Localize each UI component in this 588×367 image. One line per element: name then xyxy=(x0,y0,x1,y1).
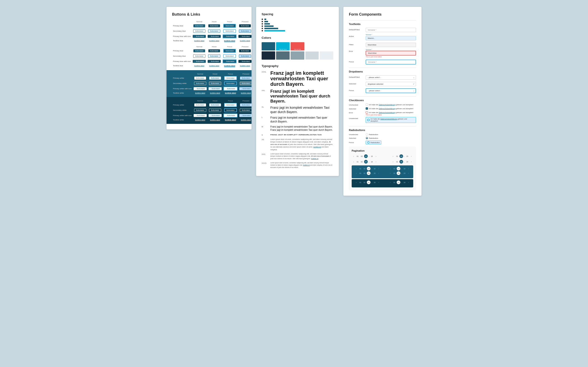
page-btn[interactable]: 01 xyxy=(359,167,362,170)
next-page-btn-dark2[interactable]: › xyxy=(407,167,410,170)
btn-dark2-white-normal[interactable]: Buttonlabel xyxy=(194,103,206,106)
checkbox-link[interactable]: Datenschutzerklärung xyxy=(379,104,396,106)
textlink2-pressed[interactable]: textlink label xyxy=(240,65,250,67)
btn-primary-pressed[interactable]: Buttonlabel xyxy=(239,24,251,27)
page-btn-active3[interactable]: 03 xyxy=(364,160,368,164)
page-btn[interactable]: 01 xyxy=(356,154,359,158)
prev-page-btn3[interactable]: ‹ xyxy=(352,160,355,164)
page-btn[interactable]: 16 xyxy=(370,160,374,164)
textlink2-focus[interactable]: textlink label xyxy=(224,65,235,67)
page-btn[interactable]: 01 xyxy=(359,171,362,175)
next-page-btn-dark[interactable]: › xyxy=(377,167,380,170)
btn-primary-focus[interactable]: Buttonlabel xyxy=(223,24,236,28)
typo-link[interactable]: textlink int xyxy=(313,146,321,148)
textlink-pressed[interactable]: textlink label xyxy=(240,40,250,42)
btn2-secondary-hover[interactable]: Buttonlabel xyxy=(208,54,220,58)
page-btn[interactable]: 15 xyxy=(373,167,376,170)
page-btn[interactable]: 16 xyxy=(403,181,406,184)
radio-input-focus[interactable] xyxy=(367,141,370,144)
prev-page-btn-dk2[interactable]: ‹ xyxy=(389,181,392,184)
tf-input-focus[interactable] xyxy=(366,60,416,65)
btn-icon-focus[interactable]: Buttonlabel xyxy=(223,34,237,38)
dd-select-default[interactable]: - please select - xyxy=(366,75,416,80)
btn-sec-white-hover[interactable]: Buttonlabel xyxy=(209,82,221,85)
radio-input-selected[interactable] xyxy=(366,137,368,139)
page-btn[interactable]: 01 xyxy=(395,160,399,164)
tf-input-active[interactable] xyxy=(366,36,416,40)
textlink-dark2-hover[interactable]: textlink label xyxy=(210,119,220,121)
btn2-primary-focus[interactable]: Buttonlabel xyxy=(223,49,236,53)
btn-dark2-icon-normal[interactable]: Buttonlabel xyxy=(194,114,207,117)
tf-input-filled[interactable] xyxy=(366,43,416,47)
btn2-primary-hover[interactable]: Buttonlabel xyxy=(208,49,220,52)
typo-link2[interactable]: textlink int xyxy=(311,158,318,159)
btn-dark2-sec-white-pressed[interactable]: Buttonlabel xyxy=(240,108,251,112)
btn-white-focus[interactable]: Buttonlabel xyxy=(224,76,237,80)
page-btn[interactable]: 15 xyxy=(373,181,376,184)
btn-dark2-icon-hover[interactable]: Buttonlabel xyxy=(208,114,222,117)
btn-secondary-pressed[interactable]: Buttonlabel xyxy=(239,29,251,33)
textlink-hover[interactable]: textlink label xyxy=(209,40,219,42)
btn-dark2-white-focus[interactable]: Buttonlabel xyxy=(224,103,237,107)
page-btn[interactable]: 15 xyxy=(405,160,409,164)
tf-input-error[interactable] xyxy=(366,51,416,56)
page-btn-active-dark[interactable]: 03 xyxy=(367,167,371,170)
page-btn[interactable]: 01 xyxy=(393,167,396,170)
page-btn-active-dk2[interactable]: 03 xyxy=(397,181,400,184)
page-btn[interactable]: 15 xyxy=(403,171,406,175)
next-page-btn4[interactable]: › xyxy=(409,160,413,164)
page-btn[interactable]: 02 xyxy=(363,171,366,175)
page-btn[interactable]: 02 xyxy=(360,154,363,158)
btn-dark2-sec-white-focus[interactable]: Buttonlabel xyxy=(224,108,237,112)
dd-select-focus[interactable]: - please select - xyxy=(366,88,416,93)
btn-sec-white-pressed[interactable]: Buttonlabel xyxy=(240,82,251,85)
btn-primary-normal[interactable]: Buttonlabel xyxy=(193,24,205,27)
textlink-normal[interactable]: textlink label xyxy=(194,40,204,42)
btn-primary-hover[interactable]: Buttonlabel xyxy=(208,24,220,27)
prev-page-btn-dark2[interactable]: ‹ xyxy=(389,167,392,170)
btn-icon-normal[interactable]: Buttonlabel xyxy=(193,35,206,38)
page-btn[interactable]: 16 xyxy=(403,167,406,170)
checkbox-input[interactable] xyxy=(366,103,368,106)
textlink2-normal[interactable]: textlink label xyxy=(194,65,204,67)
page-btn-active-dark2[interactable]: 03 xyxy=(397,167,400,170)
btn-dark2-sec-white-normal[interactable]: Buttonlabel xyxy=(194,108,206,112)
page-btn-active-dark4[interactable]: 05 xyxy=(397,171,400,175)
btn2-icon-normal[interactable]: Buttonlabel xyxy=(193,60,206,63)
textlink-white-normal[interactable]: textlink label xyxy=(195,92,205,94)
dd-select-selected[interactable]: dropdown selected xyxy=(366,82,416,86)
btn-white-icon-focus[interactable]: Buttonlabel xyxy=(224,87,237,91)
page-btn-active2[interactable]: 03 xyxy=(399,154,403,158)
btn-sec-white-normal[interactable]: Buttonlabel xyxy=(194,82,206,85)
textlink-white-pressed[interactable]: textlink label xyxy=(241,92,251,94)
btn2-primary-pressed[interactable]: Buttonlabel xyxy=(239,49,251,52)
page-btn[interactable]: 01 xyxy=(393,171,396,175)
next-page-btn-dk2[interactable]: › xyxy=(407,181,410,184)
prev-page-btn-dark[interactable]: ‹ xyxy=(355,167,358,170)
textlink-dark2-pressed[interactable]: textlink label xyxy=(241,119,251,121)
btn-white-icon-hover[interactable]: Buttonlabel xyxy=(208,87,222,90)
page-btn-active[interactable]: 03 xyxy=(364,154,368,158)
tf-input-default[interactable] xyxy=(366,28,416,32)
btn-dark2-sec-white-hover[interactable]: Buttonlabel xyxy=(209,108,221,112)
btn2-secondary-pressed[interactable]: Buttonlabel xyxy=(239,54,251,58)
page-btn[interactable]: 02 xyxy=(360,160,363,164)
textlink-focus[interactable]: textlink label xyxy=(224,40,235,42)
textlink-dark2-normal[interactable]: textlink label xyxy=(195,119,205,121)
page-btn[interactable]: 15 xyxy=(370,154,374,158)
prev-page-btn2[interactable]: ‹ xyxy=(391,154,395,158)
prev-page-btn4[interactable]: ‹ xyxy=(391,160,395,164)
checkbox-link[interactable]: Datenschutzerklärung xyxy=(380,118,397,120)
btn-white-hover[interactable]: Buttonlabel xyxy=(209,77,221,80)
btn-secondary-normal[interactable]: Buttonlabel xyxy=(193,29,205,33)
next-page-btn-dark3[interactable]: › xyxy=(377,171,380,175)
page-btn-active4[interactable]: 05 xyxy=(399,160,403,164)
page-btn[interactable]: 15 xyxy=(373,171,376,175)
btn-sec-white-focus[interactable]: Buttonlabel xyxy=(224,81,237,85)
prev-page-btn-dk[interactable]: ‹ xyxy=(355,181,358,184)
next-page-btn-dark4[interactable]: › xyxy=(407,171,410,175)
btn2-icon-hover[interactable]: Buttonlabel xyxy=(208,60,221,63)
typo-link3[interactable]: textlink int xyxy=(303,164,310,166)
btn-dark2-icon-focus[interactable]: Buttonlabel xyxy=(224,114,237,117)
checkbox-input-error[interactable] xyxy=(366,111,368,114)
